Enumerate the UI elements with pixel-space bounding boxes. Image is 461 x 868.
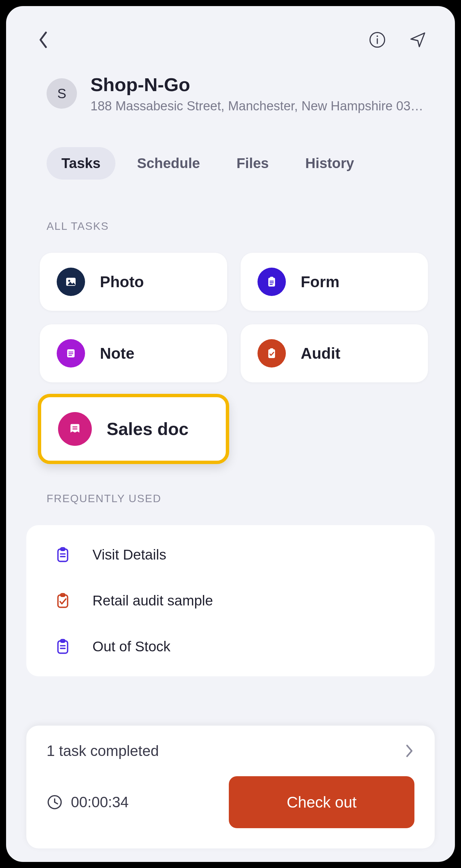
- tab-schedule[interactable]: Schedule: [122, 147, 215, 180]
- tab-tasks[interactable]: Tasks: [47, 147, 115, 180]
- store-avatar: S: [47, 78, 77, 109]
- frequent-item-out-of-stock[interactable]: Out of Stock: [26, 624, 435, 670]
- clock-icon: [47, 794, 63, 810]
- photo-icon: [57, 268, 85, 296]
- svg-point-2: [377, 35, 378, 37]
- tab-files[interactable]: Files: [222, 147, 284, 180]
- task-card-audit[interactable]: Audit: [241, 324, 428, 382]
- info-icon: [369, 31, 386, 49]
- frequent-list: Visit Details Retail audit sample Out of…: [26, 525, 435, 676]
- frequent-item-visit-details[interactable]: Visit Details: [26, 532, 435, 578]
- store-name: Shop-N-Go: [90, 74, 428, 96]
- audit-outline-icon: [53, 591, 72, 610]
- form-icon: [257, 268, 286, 296]
- task-label: Photo: [100, 273, 144, 291]
- store-address: 188 Massabesic Street, Manchester, New H…: [90, 99, 428, 113]
- section-all-tasks: ALL TASKS: [6, 200, 455, 243]
- form-outline-icon: [53, 545, 72, 564]
- store-header: S Shop-N-Go 188 Massabesic Street, Manch…: [6, 60, 455, 127]
- tab-history[interactable]: History: [290, 147, 369, 180]
- timer: 00:00:34: [47, 794, 215, 811]
- task-card-note[interactable]: Note: [40, 324, 227, 382]
- salesdoc-icon: [58, 412, 92, 446]
- note-icon: [57, 339, 85, 368]
- svg-line-31: [55, 802, 57, 804]
- bottom-status-card: 1 task completed 00:00:34 Check out: [26, 726, 435, 848]
- svg-rect-7: [270, 277, 273, 279]
- task-card-form[interactable]: Form: [241, 253, 428, 311]
- frequent-label: Visit Details: [92, 547, 166, 563]
- frequent-label: Out of Stock: [92, 639, 170, 655]
- completed-text: 1 task completed: [47, 742, 159, 759]
- section-frequently-used: FREQUENTLY USED: [6, 472, 455, 515]
- svg-marker-3: [411, 33, 425, 47]
- task-label: Sales doc: [107, 419, 189, 439]
- task-label: Note: [100, 344, 134, 362]
- svg-point-5: [68, 280, 70, 282]
- chevron-left-icon: [37, 31, 49, 49]
- frequent-item-retail-audit[interactable]: Retail audit sample: [26, 578, 435, 624]
- form-outline-icon: [53, 637, 72, 656]
- completed-row[interactable]: 1 task completed: [47, 742, 414, 759]
- audit-icon: [257, 339, 286, 368]
- timer-value: 00:00:34: [71, 794, 129, 811]
- task-label: Form: [301, 273, 340, 291]
- back-button[interactable]: [33, 30, 53, 50]
- frequent-label: Retail audit sample: [92, 593, 213, 609]
- navigate-button[interactable]: [408, 30, 428, 50]
- info-button[interactable]: [367, 30, 387, 50]
- task-card-photo[interactable]: Photo: [40, 253, 227, 311]
- svg-rect-16: [270, 348, 273, 351]
- chevron-right-icon: [404, 743, 414, 759]
- checkout-button[interactable]: Check out: [229, 776, 414, 828]
- task-label: Audit: [301, 344, 341, 362]
- navigation-icon: [409, 31, 427, 49]
- task-card-salesdoc[interactable]: Sales doc: [38, 394, 229, 464]
- tabs: Tasks Schedule Files History: [6, 127, 455, 200]
